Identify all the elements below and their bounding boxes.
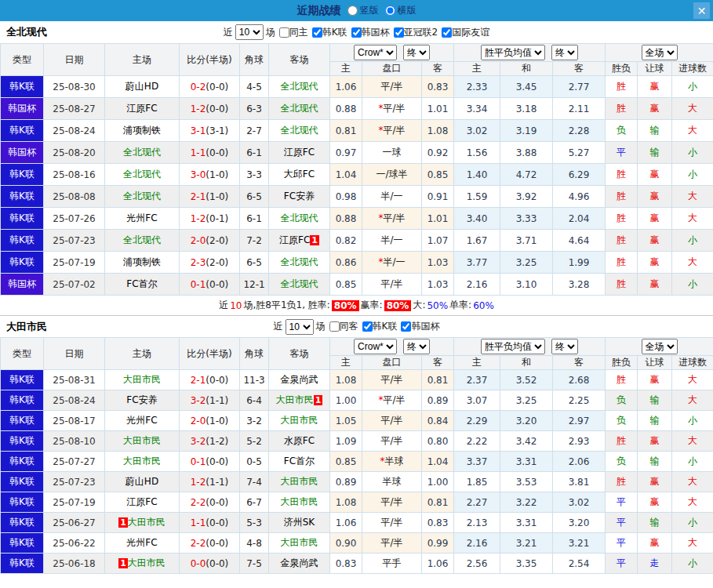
cell-corner: 6-5 <box>240 252 269 274</box>
cell-result-goals: 大 <box>672 533 713 554</box>
near-label: 近 <box>274 320 283 333</box>
cell-avg-home-odds: 1.40 <box>454 164 500 186</box>
cell-avg-home-odds: 1.59 <box>454 186 500 208</box>
cell-result-wdl: 负 <box>606 390 638 411</box>
cell-avg-away-odds: 3.81 <box>553 472 606 492</box>
cell-result-handicap: 输 <box>638 390 672 411</box>
summary-part: 大: <box>413 299 425 312</box>
red-number-badge: 1 <box>118 517 128 528</box>
cell-crow-home-odds: 1.04 <box>330 164 362 186</box>
halftime-score: (0-0) <box>206 538 228 549</box>
fulltime-score: 1-2 <box>191 477 206 488</box>
layout-radio-vertical[interactable]: 竖版 <box>347 4 379 17</box>
cell-result-handicap: 赢 <box>638 164 672 186</box>
summary-part: 场,胜8平1负1, 胜率: <box>243 299 329 312</box>
filter-checkbox[interactable]: 韩国杯 <box>351 26 390 39</box>
filter-checkbox[interactable]: 同主 <box>279 26 308 39</box>
final-select-1[interactable]: 终 <box>403 339 430 354</box>
final-select-2[interactable]: 终 <box>551 45 578 60</box>
summary-part: 50% <box>427 300 448 311</box>
halftime-score: (0-0) <box>206 279 228 290</box>
team-name-text: 大田市民 <box>128 517 166 528</box>
cell-result-handicap: 赢 <box>638 252 672 274</box>
cell-avg-away-odds: 4.96 <box>553 186 606 208</box>
cell-crow-home-odds: 0.88 <box>330 208 362 230</box>
cell-corner: 6-1 <box>240 208 269 230</box>
cell-result-handicap: 赢 <box>638 492 672 513</box>
filter-checkbox[interactable]: 亚冠联2 <box>394 26 438 39</box>
cell-focal-team: 大田市民 <box>269 533 330 554</box>
cell-league: 韩K联 <box>1 164 44 186</box>
cell-focal-team: 全北现代 <box>269 76 330 98</box>
handicap-text: 平/半 <box>383 394 405 405</box>
cell-corner: 5-2 <box>240 431 269 452</box>
filter-checkbox[interactable]: 韩K联 <box>312 26 347 39</box>
filter-checkbox-input[interactable] <box>442 27 452 38</box>
cell-result-handicap: 赢 <box>638 208 672 230</box>
cell-opponent-team: 金泉尚武 <box>269 554 330 574</box>
col-home: 主场 <box>105 338 180 370</box>
cell-crow-away-odds: 0.81 <box>422 370 454 390</box>
match-count-select[interactable]: 10 <box>286 319 314 335</box>
cell-avg-away-odds: 2.68 <box>553 370 606 390</box>
bookmaker-select[interactable]: Crow* <box>354 45 397 60</box>
filter-checkbox[interactable]: 韩国杯 <box>401 320 439 333</box>
filter-checkbox[interactable]: 韩K联 <box>362 320 398 333</box>
close-icon[interactable]: ✕ <box>693 2 710 19</box>
section-filters: 近10场同主韩K联韩国杯亚冠联2国际友谊 <box>224 24 490 40</box>
layout-radio-horizontal[interactable]: 横版 <box>385 4 417 17</box>
team-name-text: 光州FC <box>126 212 157 223</box>
average-select[interactable]: 胜平负均值 <box>481 339 545 354</box>
cell-crow-home-odds: 0.82 <box>330 230 362 252</box>
cell-result-wdl: 平 <box>606 554 638 574</box>
match-count-select[interactable]: 10 <box>235 24 264 40</box>
cell-focal-team: 全北现代 <box>269 120 330 142</box>
filter-checkbox-input[interactable] <box>329 321 340 332</box>
col-score: 比分(半场) <box>180 44 240 76</box>
fulltime-score: 2-2 <box>191 497 206 508</box>
filter-checkbox-label: 韩K联 <box>373 320 398 333</box>
cell-focal-team: 全北现代 <box>105 164 180 186</box>
cell-opponent-team: 蔚山HD <box>105 472 180 492</box>
fullmatch-select[interactable]: 全场 <box>642 45 678 60</box>
col-result-wdl: 胜负 <box>606 356 638 370</box>
filter-checkbox-input[interactable] <box>394 27 404 38</box>
col-crow-away: 客 <box>422 356 454 370</box>
filter-checkbox-label: 国际友谊 <box>452 26 489 39</box>
table-row: 韩K联25-08-10大田市民3-2(1-2)5-2水原FC1.09平/半0.8… <box>1 431 713 452</box>
cell-league: 韩K联 <box>1 472 44 492</box>
fulltime-score: 0-1 <box>191 456 206 467</box>
cell-date: 25-07-19 <box>44 492 105 513</box>
cell-handicap-line: 半/一 <box>362 186 422 208</box>
cell-avg-home-odds: 1.85 <box>454 472 500 492</box>
final-select-1[interactable]: 终 <box>403 45 430 60</box>
radio-vertical-input[interactable] <box>347 5 358 16</box>
cell-result-handicap: 赢 <box>638 274 672 296</box>
bookmaker-select[interactable]: Crow* <box>354 339 397 354</box>
cell-league: 韩国杯 <box>1 142 44 164</box>
filter-checkbox-input[interactable] <box>351 27 362 38</box>
cell-focal-team: 全北现代 <box>269 98 330 120</box>
cell-opponent-team: 大邱FC <box>269 164 330 186</box>
cell-handicap-line: *平/半 <box>362 98 422 120</box>
team-name-text: 大田市民 <box>281 415 318 426</box>
filter-checkbox-input[interactable] <box>362 321 373 332</box>
final-select-2[interactable]: 终 <box>551 339 578 354</box>
cell-result-wdl: 平 <box>606 142 638 164</box>
filter-checkbox-input[interactable] <box>312 27 322 38</box>
fullmatch-select[interactable]: 全场 <box>642 339 678 354</box>
cell-avg-away-odds: 4.64 <box>553 230 606 252</box>
average-select[interactable]: 胜平负均值 <box>481 45 545 60</box>
col-result-handicap: 让球 <box>638 62 672 76</box>
group-results: 全场 <box>606 338 713 356</box>
filter-checkbox[interactable]: 国际友谊 <box>442 26 489 39</box>
section-team-name: 大田市民 <box>6 320 47 334</box>
cell-avg-home-odds: 3.02 <box>454 120 500 142</box>
filter-checkbox[interactable]: 同客 <box>329 320 358 333</box>
radio-horizontal-input[interactable] <box>385 5 395 16</box>
filter-checkbox-input[interactable] <box>401 321 411 332</box>
cell-crow-home-odds: 0.88 <box>330 98 362 120</box>
filter-checkbox-input[interactable] <box>279 27 289 38</box>
col-result-goals: 进球数 <box>672 356 713 370</box>
cell-avg-draw-odds: 3.18 <box>500 98 553 120</box>
